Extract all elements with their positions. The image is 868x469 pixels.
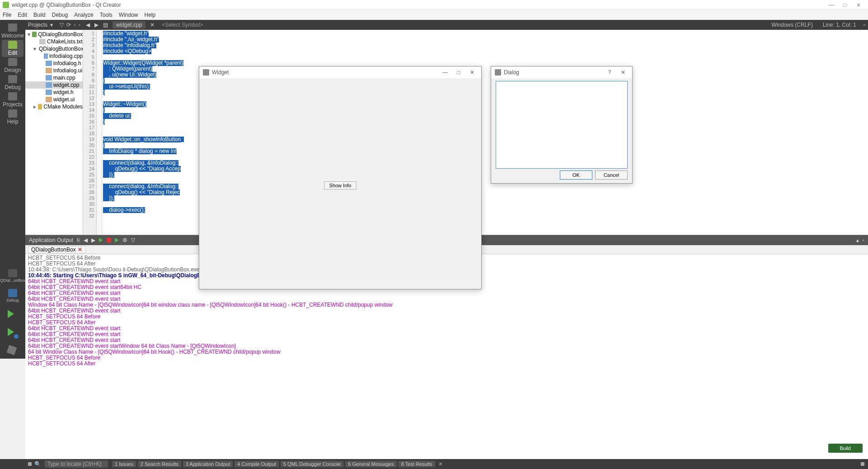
output-run-tab-label: QDialogButtonBox: [31, 246, 76, 253]
tree-node[interactable]: widget.cpp: [25, 81, 83, 89]
tree-node[interactable]: CMakeLists.txt: [25, 38, 83, 45]
status-tab[interactable]: 5 QML Debugger Console: [281, 461, 343, 467]
dialog-window[interactable]: Dialog ? ✕ OK Cancel: [491, 66, 633, 184]
project-toolbar-title[interactable]: Projects: [28, 22, 47, 28]
tree-node[interactable]: ▸CMake Modules: [25, 103, 83, 110]
output-filter-icon[interactable]: ▽: [131, 237, 135, 243]
status-tab[interactable]: 6 General Messages: [345, 461, 397, 467]
expand-arrow-icon[interactable]: ▸: [33, 104, 37, 110]
window-minimize-button[interactable]: —: [825, 2, 838, 8]
widget-close-button[interactable]: ✕: [467, 69, 478, 76]
mode-projects[interactable]: Projects: [2, 91, 23, 109]
tree-node[interactable]: widget.ui: [25, 96, 83, 103]
close-run-tab-icon[interactable]: ✕: [78, 246, 82, 253]
project-toolbar: Projects ▾ ▽ ⟳ ▫ ▫: [25, 20, 83, 30]
expand-arrow-icon[interactable]: ▾: [33, 46, 36, 52]
output-settings-icon[interactable]: ⚙: [122, 237, 127, 243]
output-close-icon[interactable]: ▫: [863, 237, 864, 243]
progress-toggle-icon[interactable]: [861, 462, 864, 466]
project-dropdown-icon[interactable]: ▾: [50, 22, 53, 28]
locator-input[interactable]: Type to locate (Ctrl+K): [45, 460, 108, 468]
dialog-titlebar[interactable]: Dialog ? ✕: [491, 66, 632, 78]
editor-toolbar: ◀ ▶ ▤ widget.cpp ✕ <Select Symbol> Windo…: [83, 20, 868, 30]
sidebar-toggle-icon[interactable]: [28, 462, 32, 466]
mode-help[interactable]: Help: [2, 109, 23, 126]
widget-titlebar[interactable]: Widget — □ ✕: [199, 66, 481, 78]
window-close-button[interactable]: ✕: [852, 2, 865, 8]
kit-config[interactable]: Debug: [2, 287, 23, 304]
status-tab[interactable]: 3 Application Output: [183, 461, 233, 467]
menu-build[interactable]: Build: [33, 12, 46, 18]
symbol-selector[interactable]: <Select Symbol>: [159, 22, 206, 28]
mode-design[interactable]: Design: [2, 57, 23, 74]
debug-icon: [8, 75, 17, 83]
run-button[interactable]: [8, 310, 18, 320]
widget-minimize-button[interactable]: —: [440, 69, 450, 76]
widget-maximize-button[interactable]: □: [453, 69, 464, 76]
output-stop-icon[interactable]: [107, 238, 111, 242]
status-tab[interactable]: 2 Search Results: [138, 461, 181, 467]
close-file-button[interactable]: ✕: [150, 22, 155, 28]
close-pane-icon[interactable]: ▫: [79, 22, 80, 28]
output-line: HCBT_SETFOCUS 64 After: [28, 361, 865, 367]
mode-debug[interactable]: Debug: [2, 74, 23, 91]
status-tab[interactable]: 4 Compile Output: [235, 461, 279, 467]
mode-welcome[interactable]: Welcome: [2, 23, 23, 40]
tree-node[interactable]: ▾QDialogButtonBox: [25, 31, 83, 38]
output-attach-icon[interactable]: ⎘: [77, 237, 80, 243]
tree-node-label: infodialog.ui: [53, 67, 82, 74]
current-file-tab[interactable]: widget.cpp: [113, 21, 145, 28]
nav-back-button[interactable]: ◀: [86, 22, 90, 28]
nav-forward-button[interactable]: ▶: [94, 22, 99, 28]
dialog-text-input[interactable]: [496, 81, 628, 169]
file-icon: [46, 75, 52, 81]
build-hammer-button[interactable]: [8, 346, 18, 356]
menu-help[interactable]: Help: [145, 12, 156, 18]
dialog-ok-button[interactable]: OK: [560, 171, 592, 180]
line-ending-selector[interactable]: Windows (CRLF): [769, 22, 815, 28]
status-tab[interactable]: 8 Test Results: [399, 461, 435, 467]
mode-edit[interactable]: Edit: [2, 40, 23, 57]
tree-node-label: widget.cpp: [53, 82, 79, 88]
output-rerun-icon[interactable]: [99, 238, 103, 242]
widget-app-icon: [203, 69, 209, 76]
tree-node-label: widget.h: [53, 89, 74, 95]
split-editor-icon[interactable]: ▫: [863, 22, 865, 28]
dialog-cancel-button[interactable]: Cancel: [595, 171, 628, 180]
output-run-tab[interactable]: QDialogButtonBox ✕: [28, 246, 85, 253]
dialog-help-button[interactable]: ?: [604, 69, 615, 76]
widget-window[interactable]: Widget — □ ✕ Show Info: [199, 66, 482, 289]
tree-node[interactable]: widget.h: [25, 89, 83, 96]
tree-node[interactable]: infodialog.ui: [25, 67, 83, 74]
build-popup-button[interactable]: Build: [828, 444, 863, 453]
status-close-icon[interactable]: ✕: [438, 461, 443, 467]
run-debug-button[interactable]: [8, 328, 18, 338]
status-tab[interactable]: 1 Issues: [112, 461, 136, 467]
window-title: widget.cpp @ QDialogButtonBox - Qt Creat…: [12, 2, 121, 8]
dialog-app-icon: [495, 69, 501, 76]
filter-icon[interactable]: ▽: [60, 22, 64, 28]
status-bar: 🔍 Type to locate (Ctrl+K) 1 Issues2 Sear…: [0, 459, 868, 469]
tree-node[interactable]: infodialog.h: [25, 60, 83, 67]
kit-label: QDial...onBox: [0, 278, 25, 283]
kit-selector[interactable]: QDial...onBox: [2, 267, 23, 284]
menu-debug[interactable]: Debug: [52, 12, 68, 18]
expand-arrow-icon[interactable]: ▾: [27, 31, 31, 38]
menu-edit[interactable]: Edit: [18, 12, 27, 18]
split-icon[interactable]: ▫: [74, 22, 75, 28]
show-info-button[interactable]: Show Info: [324, 181, 357, 189]
output-prev-icon[interactable]: ◀: [84, 237, 88, 243]
output-run-icon[interactable]: [115, 238, 119, 242]
output-up-icon[interactable]: ▴: [856, 237, 859, 243]
sync-icon[interactable]: ⟳: [66, 22, 71, 28]
tree-node[interactable]: infodialog.cpp: [25, 52, 83, 60]
menu-file[interactable]: File: [3, 12, 11, 18]
menu-tools[interactable]: Tools: [100, 12, 113, 18]
menu-window[interactable]: Window: [119, 12, 138, 18]
tree-node[interactable]: ▾QDialogButtonBox: [25, 45, 83, 52]
output-next-icon[interactable]: ▶: [91, 237, 95, 243]
dialog-close-button[interactable]: ✕: [618, 69, 629, 76]
menu-analyze[interactable]: Analyze: [74, 12, 94, 18]
window-maximize-button[interactable]: □: [838, 2, 852, 8]
tree-node[interactable]: main.cpp: [25, 74, 83, 81]
